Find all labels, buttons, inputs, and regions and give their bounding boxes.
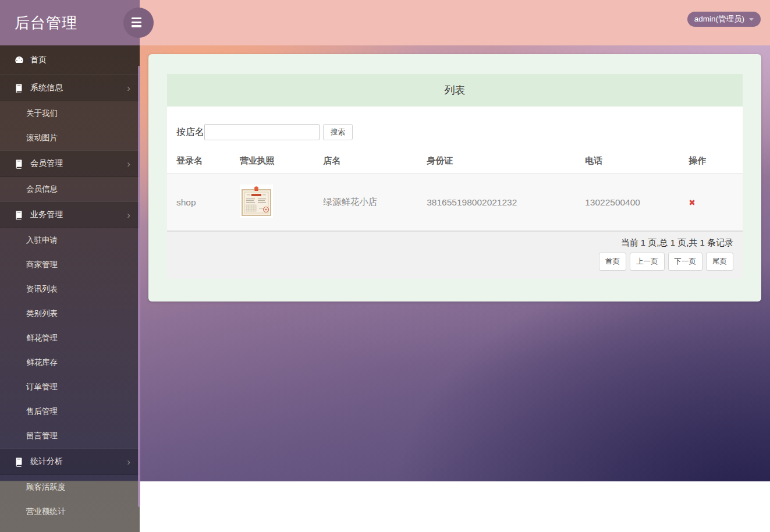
sidebar-item-label: 订单管理 [26,382,58,392]
column-header-shop-name: 店名 [314,148,417,174]
cell-login: shop [167,174,230,232]
sidebar-section-business[interactable]: 业务管理 › [0,201,140,228]
book-icon [14,158,24,169]
sidebar-item-label: 类别列表 [26,308,58,319]
main-content: 列表 按店名 搜索 登录名 营业执照 店名 身份证 电话 操作 [140,45,770,310]
sidebar-item-label: 售后管理 [26,406,58,417]
book-icon [14,456,24,467]
sidebar-section-statistics[interactable]: 统计分析 › [0,448,140,475]
chevron-right-icon: › [127,159,130,169]
chevron-right-icon: › [127,83,130,93]
sidebar-item-category-list[interactable]: 类别列表 [0,302,140,326]
column-header-phone: 电话 [576,148,679,174]
column-header-action: 操作 [679,148,743,174]
column-header-license: 营业执照 [230,148,314,174]
sidebar-item-order-mgmt[interactable]: 订单管理 [0,375,140,399]
book-icon [14,83,24,93]
sidebar-item-carousel[interactable]: 滚动图片 [0,126,140,150]
chevron-right-icon: › [127,457,130,467]
sidebar-item-customer-activity[interactable]: 顾客活跃度 [0,475,140,499]
sidebar-item-label: 顾客活跃度 [26,482,66,492]
top-header-bar: admin(管理员) [140,0,770,45]
sidebar-item-about[interactable]: 关于我们 [0,101,140,126]
sidebar-item-label: 营业额统计 [26,506,66,517]
sidebar-item-label: 商家管理 [26,260,58,270]
app-logo-bar: 后台管理 [0,0,140,45]
sidebar-item-news-list[interactable]: 资讯列表 [0,277,140,302]
panel-body: 按店名 搜索 登录名 营业执照 店名 身份证 电话 操作 [167,107,743,279]
search-input[interactable] [204,124,320,140]
column-header-id-card: 身份证 [417,148,576,174]
delete-button[interactable]: ✖ [689,198,696,207]
sidebar-toggle-button[interactable] [123,8,154,38]
cell-action: ✖ [679,174,743,232]
sidebar-item-label: 会员信息 [26,184,58,194]
cell-id-card: 381655198002021232 [417,174,576,232]
pager-buttons: 首页 上一页 下一页 尾页 [599,253,733,271]
sidebar-item-label: 留言管理 [26,431,58,441]
cell-phone: 13022500400 [576,174,679,232]
sidebar-item-label: 入驻申请 [26,235,58,246]
sidebar-item-label: 资讯列表 [26,284,58,295]
sidebar-item-label: 鲜花管理 [26,333,58,343]
user-menu-button[interactable]: admin(管理员) [687,12,761,27]
shops-table: 登录名 营业执照 店名 身份证 电话 操作 shop [167,148,743,232]
sidebar-section-label: 业务管理 [30,210,63,220]
sidebar-section-label: 会员管理 [30,158,63,169]
book-icon [14,210,24,220]
user-label: admin(管理员) [694,14,744,24]
sidebar-item-aftersale-mgmt[interactable]: 售后管理 [0,399,140,424]
sidebar-item-revenue-stats[interactable]: 营业额统计 [0,499,140,524]
table-header-row: 登录名 营业执照 店名 身份证 电话 操作 [167,148,743,174]
sidebar-section-label: 统计分析 [30,456,63,467]
sidebar-item-flower-mgmt[interactable]: 鲜花管理 [0,326,140,350]
sidebar-item-label: 关于我们 [26,108,58,119]
sidebar-section-members[interactable]: 会员管理 › [0,150,140,177]
table-row: shop [167,174,743,232]
sidebar-item-flower-stock[interactable]: 鲜花库存 [0,350,140,375]
sidebar-section-system[interactable]: 系统信息 › [0,75,140,101]
pagination-bar: 当前 1 页,总 1 页,共 1 条记录 首页 上一页 下一页 尾页 [167,232,743,279]
sidebar-item-label: 滚动图片 [26,133,58,143]
caret-down-icon [749,18,754,21]
last-page-button[interactable]: 尾页 [706,253,733,271]
dashboard-icon [14,55,24,65]
first-page-button[interactable]: 首页 [599,253,626,271]
list-card: 列表 按店名 搜索 登录名 营业执照 店名 身份证 电话 操作 [148,54,761,302]
column-header-login: 登录名 [167,148,230,174]
sidebar-item-entry-apply[interactable]: 入驻申请 [0,228,140,253]
sidebar-section-label: 系统信息 [30,83,63,93]
next-page-button[interactable]: 下一页 [668,253,703,271]
sidebar-item-label: 首页 [30,55,47,65]
sidebar-item-home[interactable]: 首页 [0,45,140,75]
sidebar-item-merchant-mgmt[interactable]: 商家管理 [0,253,140,277]
sidebar-scrollbar[interactable] [138,66,140,507]
search-bar: 按店名 搜索 [167,107,743,148]
cell-shop-name: 绿源鲜花小店 [314,174,417,232]
app-title: 后台管理 [15,13,77,33]
prev-page-button[interactable]: 上一页 [630,253,665,271]
search-label: 按店名 [176,126,204,139]
hamburger-icon [132,17,141,29]
search-button[interactable]: 搜索 [323,124,353,140]
sidebar-item-message-mgmt[interactable]: 留言管理 [0,424,140,448]
chevron-right-icon: › [127,210,130,220]
pagination-summary: 当前 1 页,总 1 页,共 1 条记录 [176,237,733,249]
sidebar-item-member-info[interactable]: 会员信息 [0,177,140,201]
cell-license [230,174,314,232]
sidebar-item-label: 鲜花库存 [26,357,58,368]
business-license-image [240,185,273,218]
page-title: 列表 [445,83,466,97]
sidebar-nav: 首页 系统信息 › 关于我们 滚动图片 会员管理 › 会员信息 业务管理 › 入… [0,45,140,532]
panel-title-bar: 列表 [167,74,743,107]
